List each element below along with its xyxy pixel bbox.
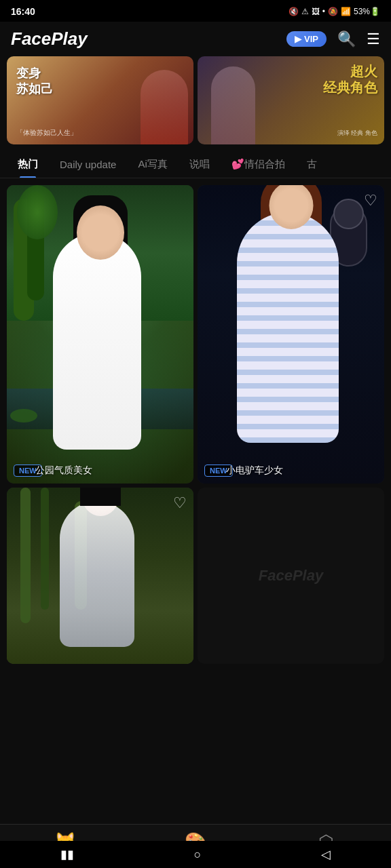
dot-icon: • [322,7,325,16]
hanfu-figure [60,511,141,664]
banner-item-1[interactable]: 变身苏如己 「体验苏如己人生」 [7,56,193,144]
status-bar: 16:40 🔇 ⚠ 🖼 • 🔕 📶 53%🔋 [0,0,391,22]
tab-hot[interactable]: 热门 [7,151,49,178]
header: FacePlay ▶ VIP 🔍 ☰ [0,22,391,56]
grid-col-left: NEW 公园气质美女 [7,185,193,664]
grid-col-right: ♡ NEW 小电驴车少女 FacePlay [198,185,384,664]
signal-mute-icon: 🔕 [328,7,338,16]
banner-text-1: 变身苏如己 [16,66,53,98]
header-actions: ▶ VIP 🔍 ☰ [286,31,380,48]
mute-icon: 🔇 [288,7,299,16]
card-park-beauty[interactable]: NEW 公园气质美女 [7,185,193,484]
card-title-2: 小电驴车少女 [226,465,283,477]
placeholder-inner: FacePlay [259,488,323,664]
card-placeholder[interactable]: FacePlay [198,488,384,664]
app-logo: FacePlay [11,28,88,50]
card-scooter-girl[interactable]: ♡ NEW 小电驴车少女 [198,185,384,484]
banner-sub-2: 演绎 经典 角色 [337,129,377,138]
card-scooter-image [198,185,384,484]
banner-figure-1 [141,70,188,144]
menu-icon[interactable]: ☰ [367,31,380,48]
vip-button[interactable]: ▶ VIP [286,31,327,47]
faceplay-watermark: FacePlay [259,567,323,585]
vip-icon: ▶ [295,34,301,44]
status-time: 16:40 [11,6,35,17]
tab-ai-photo[interactable]: Ai写真 [127,151,178,178]
heart-icon-2[interactable]: ♡ [364,192,377,210]
tab-bar: 热门 Daily update Ai写真 说唱 💕情侣合拍 古 [0,151,391,178]
card-hanfu[interactable]: ♡ [7,488,193,664]
image-icon: 🖼 [312,7,320,16]
signal-bars-icon: 📶 [341,7,351,16]
banner-section: 变身苏如己 「体验苏如己人生」 超火经典角色 演绎 经典 角色 [0,56,391,151]
battery-label: 53%🔋 [354,7,380,16]
heart-icon-3[interactable]: ♡ [173,494,187,512]
home-button[interactable]: ○ [194,848,202,862]
search-icon[interactable]: 🔍 [337,31,356,48]
warning-icon: ⚠ [301,7,309,16]
tab-rap[interactable]: 说唱 [179,151,221,178]
card-park-image [7,185,193,484]
tab-ancient[interactable]: 古 [296,151,328,178]
scooter-figure [237,219,346,484]
banner-sub-1: 「体验苏如己人生」 [16,128,77,138]
back-button[interactable]: ◁ [321,847,331,862]
card-title-1: 公园气质美女 [35,465,92,477]
system-nav: ▮▮ ○ ◁ [0,841,391,868]
banner-text-2: 超火经典角色 [323,63,377,96]
recents-button[interactable]: ▮▮ [60,847,74,862]
banner-item-2[interactable]: 超火经典角色 演绎 经典 角色 [198,56,384,144]
tab-daily-update[interactable]: Daily update [49,152,127,177]
vip-label: VIP [304,34,318,44]
status-icons: 🔇 ⚠ 🖼 • 🔕 📶 53%🔋 [288,7,380,16]
banner-figure-2 [211,66,255,144]
park-figure [53,243,148,484]
card-hanfu-image [7,488,193,664]
content-grid: NEW 公园气质美女 [0,181,391,668]
tab-couple[interactable]: 💕情侣合拍 [221,151,296,178]
